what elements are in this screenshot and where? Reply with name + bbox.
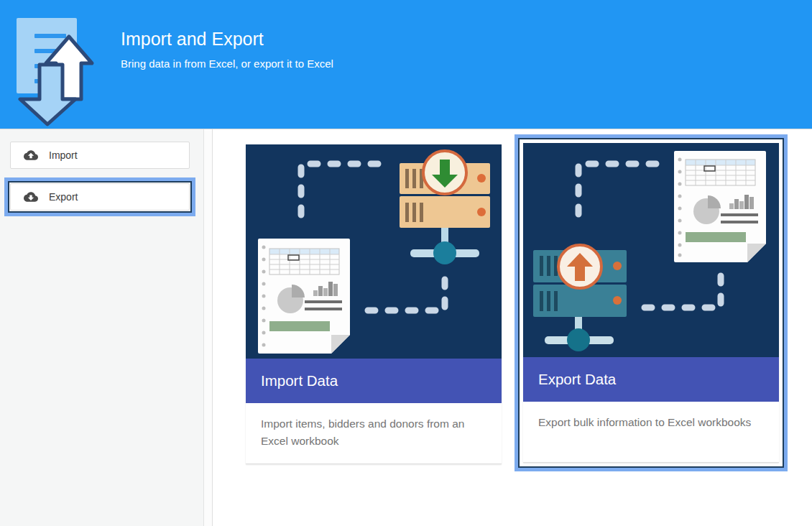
- main-content: Import Data Import items, bidders and do…: [213, 129, 812, 526]
- sidebar: Import Export: [0, 129, 204, 526]
- sidebar-item-label: Import: [49, 149, 78, 161]
- card-title: Import Data: [261, 372, 338, 389]
- sidebar-gutter: [204, 129, 213, 526]
- cloud-upload-icon: [24, 148, 38, 162]
- import-export-icon: [16, 17, 95, 126]
- card-title-bar: Import Data: [246, 359, 502, 403]
- export-illustration: [523, 143, 779, 357]
- import-export-page: Import and Export Bring data in from Exc…: [0, 0, 812, 526]
- card-title-bar: Export Data: [523, 357, 779, 402]
- card-description: Import items, bidders and donors from an…: [246, 403, 502, 464]
- export-card-highlight-ring: Export Data Export bulk information to E…: [515, 134, 788, 471]
- card-title: Export Data: [538, 371, 616, 388]
- page-body: Import Export: [0, 129, 812, 526]
- cloud-download-icon: [24, 190, 38, 204]
- import-illustration: [246, 144, 502, 359]
- card-description: Export bulk information to Excel workboo…: [523, 402, 779, 463]
- page-header: Import and Export Bring data in from Exc…: [0, 0, 812, 129]
- page-title: Import and Export: [121, 29, 333, 50]
- sidebar-item-label: Export: [49, 191, 78, 203]
- import-data-card[interactable]: Import Data Import items, bidders and do…: [246, 144, 502, 464]
- cards-row: Import Data Import items, bidders and do…: [213, 129, 812, 471]
- export-button-highlight-ring: Export: [4, 177, 195, 216]
- sidebar-item-export[interactable]: Export: [10, 183, 190, 211]
- page-subtitle: Bring data in from Excel, or export it t…: [121, 57, 333, 70]
- header-text-block: Import and Export Bring data in from Exc…: [121, 0, 333, 129]
- sidebar-item-import[interactable]: Import: [10, 142, 190, 169]
- export-data-card[interactable]: Export Data Export bulk information to E…: [523, 143, 779, 463]
